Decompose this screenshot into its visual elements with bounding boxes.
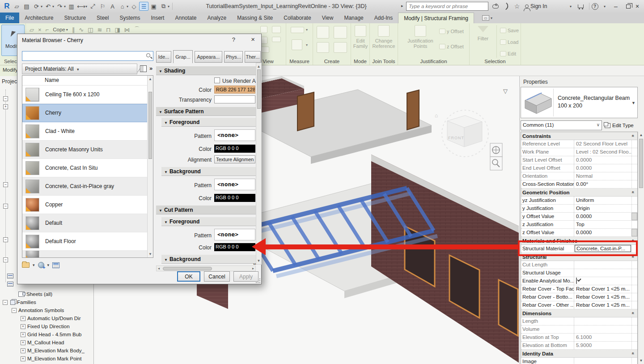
tag-icon[interactable]: ⚐	[98, 2, 107, 11]
pane-vertical-scrollbar[interactable]: ▲ ▼	[256, 63, 262, 265]
render-icon[interactable]	[260, 26, 267, 33]
ruler-caret-icon[interactable]: ▾	[306, 28, 308, 32]
property-value[interactable]: Rebar Cover 1 <25 m...	[574, 301, 631, 309]
dollhouse-icon[interactable]	[260, 47, 269, 53]
help-search-input[interactable]: Type a keyword or phrase	[406, 2, 488, 11]
material-row[interactable]	[22, 251, 153, 258]
resize-grip[interactable]	[256, 278, 260, 283]
property-value[interactable]	[574, 261, 631, 269]
tree-item[interactable]: +M_Callout Head	[0, 338, 94, 347]
save-icon[interactable]: ▤	[22, 2, 31, 11]
property-value[interactable]: 0.00°	[574, 180, 631, 188]
modify-tool-icon[interactable]: ◫	[88, 26, 93, 33]
modify-tool-icon[interactable]: ≋	[97, 26, 102, 33]
dialog-help-button[interactable]: ?	[232, 36, 235, 43]
dialog-close-button[interactable]: ×	[251, 35, 255, 43]
tree-collapse-icon[interactable]: −	[3, 96, 8, 101]
cut-foreground-section[interactable]: ▼Foreground	[161, 217, 256, 226]
tree-item[interactable]: +Grid Head - 4.5mm Bub	[0, 330, 94, 338]
shading-color-swatch[interactable]: RGB 226 177 128	[214, 86, 255, 94]
sign-in-button[interactable]: Sign In	[530, 3, 547, 9]
parts-icon[interactable]	[334, 42, 347, 53]
collapse-icon[interactable]: −	[12, 308, 17, 313]
ok-button[interactable]: OK	[177, 271, 200, 282]
tab-modify-structural-framing[interactable]: Modify | Structural Framing	[398, 13, 474, 23]
text-icon[interactable]: A	[108, 2, 117, 11]
material-row[interactable]: Ceiling Tile 600 x 1200	[22, 86, 153, 104]
ribbon-state-toggle[interactable]: ▭▾	[482, 13, 492, 23]
scroll-up-icon[interactable]: ▲	[638, 132, 644, 137]
property-value[interactable]: Level : 02 Second Floo...	[574, 148, 631, 156]
schedules-icon[interactable]	[7, 282, 13, 287]
measure-caret-icon[interactable]: ▾	[306, 43, 308, 47]
section-header[interactable]: Dimensions«	[521, 309, 637, 317]
collapse-section-icon[interactable]: «	[631, 135, 636, 137]
collapse-section-icon[interactable]: «	[631, 352, 636, 355]
ruler-icon[interactable]	[291, 27, 304, 33]
tree-item[interactable]: −Annotation Symbols	[0, 306, 94, 314]
box-group-icon[interactable]	[317, 26, 329, 39]
collapse-icon[interactable]: −	[3, 300, 8, 305]
sync-icon[interactable]: ⟳	[32, 2, 41, 11]
scroll-thumb[interactable]	[163, 267, 212, 270]
type-selector[interactable]: Concrete_Rectangular Beam 100 x 200 ▼	[521, 87, 638, 118]
property-value[interactable]: 0.0000	[574, 229, 631, 236]
scroll-up-icon[interactable]: ▲	[148, 76, 153, 81]
dialog-tab-ther[interactable]: Ther...	[245, 51, 261, 63]
dialog-tab-appeara[interactable]: Appeara...	[195, 51, 222, 63]
undo-icon[interactable]: ↶	[43, 2, 53, 11]
material-row[interactable]: Concrete, Cast In Situ	[22, 159, 153, 177]
tab-add-ins[interactable]: Add-Ins	[369, 13, 398, 23]
property-value[interactable]: 0.0000	[574, 213, 631, 220]
material-row[interactable]: Copper	[22, 196, 153, 214]
material-library-icon[interactable]	[22, 262, 30, 268]
surface-foreground-section[interactable]: ▼Foreground	[161, 118, 256, 127]
pane-horizontal-scrollbar[interactable]: ◂ ▸	[156, 266, 256, 271]
dimension-caret-icon[interactable]: ▾	[85, 4, 87, 9]
modify-tool-icon[interactable]: ×	[38, 26, 42, 33]
scroll-thumb[interactable]	[257, 69, 261, 109]
modify-tool-icon[interactable]: ∿	[79, 26, 84, 33]
default-3d-view-icon[interactable]: ⌂	[118, 2, 127, 11]
cut-background-section[interactable]: ▼Background	[161, 255, 256, 264]
tab-manage[interactable]: Manage	[339, 13, 369, 23]
communication-center-icon[interactable]	[502, 2, 511, 10]
material-list-scrollbar[interactable]: ▲ ▼	[147, 76, 153, 257]
material-row[interactable]: Cherry	[22, 104, 153, 122]
type-selector-caret-icon[interactable]: ▼	[631, 101, 636, 105]
assembly-icon[interactable]	[334, 26, 347, 39]
cut-fg-pattern-button[interactable]: <none>	[214, 229, 255, 240]
close-hidden-windows-icon[interactable]: ▣	[149, 2, 158, 11]
material-list-header[interactable]: Name	[22, 76, 153, 86]
modify-tool-icon[interactable]: ⌒	[134, 26, 140, 34]
modify-tool-icon[interactable]: ⌐	[46, 26, 49, 33]
property-value[interactable]: Rebar Cover 1 <25 m...	[574, 285, 631, 293]
tab-analyze[interactable]: Analyze	[202, 13, 232, 23]
walls-icon[interactable]	[317, 42, 329, 53]
cut-fg-color-swatch[interactable]: RGB 0 0 0	[214, 243, 255, 251]
property-value[interactable]	[574, 317, 631, 325]
change-reference-button[interactable]: Change Reference	[372, 25, 396, 49]
modify-tool-icon[interactable]: ∥	[72, 26, 75, 33]
close-button[interactable]: ×	[631, 2, 643, 11]
apply-button[interactable]: Apply	[233, 271, 258, 282]
chevron-down-icon[interactable]: ▾	[33, 263, 35, 267]
print-icon[interactable]: ▥	[67, 2, 76, 11]
edit-family-button[interactable]: Edit Family	[348, 25, 373, 49]
material-filter-dropdown[interactable]: Project Materials: All ▾	[22, 64, 137, 74]
property-value[interactable]: Rebar Cover 1 <25 m...	[574, 293, 631, 301]
undo-caret-icon[interactable]: ▾	[52, 4, 54, 9]
property-value[interactable]	[574, 277, 631, 285]
help-icon[interactable]: ?	[590, 2, 599, 10]
material-row[interactable]: Clad - White	[22, 122, 153, 141]
tab-view[interactable]: View	[317, 13, 339, 23]
tab-collaborate[interactable]: Collaborate	[278, 13, 316, 23]
property-value[interactable]	[574, 358, 631, 364]
material-row[interactable]: Default Floor	[22, 232, 153, 251]
chevron-down-icon[interactable]: ▾	[47, 263, 50, 267]
search-expand-icon[interactable]: ▸	[401, 4, 403, 8]
z-offset-button[interactable]: z Offset	[439, 43, 464, 50]
scroll-down-icon[interactable]: ▼	[148, 252, 153, 256]
tree-expand-icon[interactable]: +	[3, 104, 8, 109]
switch-windows-icon[interactable]: ⧉	[159, 2, 168, 11]
